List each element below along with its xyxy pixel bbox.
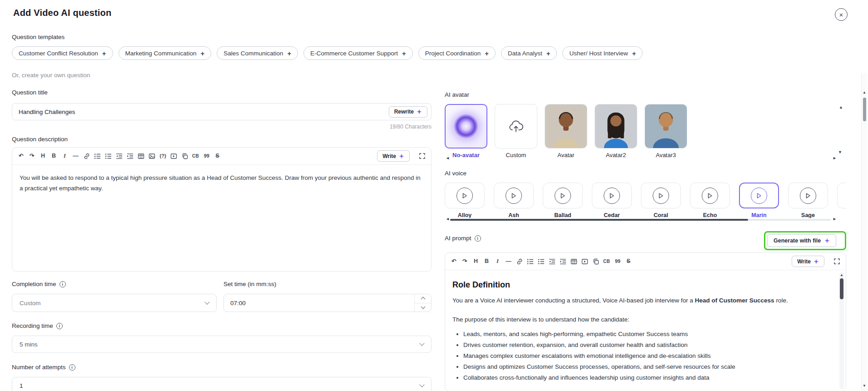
template-pill[interactable]: Customer Conflict Resolution + — [12, 46, 113, 60]
generate-with-file-button[interactable]: Generate with file — [767, 234, 836, 247]
avatar-scroll-left-icon[interactable]: ◄ — [446, 156, 450, 160]
table-icon[interactable] — [570, 257, 577, 266]
bold-icon[interactable]: B — [50, 152, 57, 160]
set-time-input[interactable] — [224, 300, 414, 307]
play-icon[interactable] — [751, 188, 767, 204]
expand-icon[interactable] — [419, 152, 426, 160]
voice-option-ballad[interactable]: Ballad — [543, 183, 583, 218]
avatar-scroll-up-icon[interactable]: ▲ — [839, 105, 843, 109]
template-pill[interactable]: Marketing Communication + — [119, 46, 212, 60]
voice-option-echo[interactable]: Echo — [690, 183, 730, 218]
play-icon[interactable] — [456, 188, 473, 204]
play-icon[interactable] — [604, 188, 620, 204]
voice-option-partial[interactable] — [837, 183, 846, 218]
play-icon[interactable] — [653, 188, 669, 204]
prompt-scrollbar-thumb[interactable] — [840, 278, 843, 299]
quote-icon[interactable]: 99 — [614, 257, 621, 266]
voice-scrollbar-thumb[interactable] — [450, 219, 748, 221]
voice-option-coral[interactable]: Coral — [641, 183, 681, 218]
expand-icon[interactable] — [833, 257, 840, 266]
ordered-list-icon[interactable] — [527, 257, 534, 266]
avatar-scroll-down-icon[interactable]: ▼ — [838, 150, 842, 154]
stepper-down-button[interactable] — [415, 303, 431, 312]
outdent-icon[interactable] — [116, 152, 123, 160]
link-icon[interactable] — [516, 257, 523, 266]
close-button[interactable]: × — [835, 8, 848, 21]
play-icon[interactable] — [702, 188, 718, 204]
code-block-icon[interactable]: CB — [192, 152, 199, 160]
avatar-option-custom[interactable]: Custom — [495, 104, 537, 158]
indent-icon[interactable] — [560, 257, 566, 266]
strikethrough-icon[interactable]: S — [625, 257, 632, 266]
template-pill[interactable]: Project Coordination + — [418, 46, 496, 60]
strikethrough-icon[interactable]: S — [214, 152, 221, 160]
bold-icon[interactable]: B — [483, 257, 490, 266]
heading-icon[interactable]: H — [472, 257, 479, 266]
completion-time-select[interactable]: Custom — [12, 294, 217, 312]
page-scroll-up-icon[interactable]: ▲ — [863, 91, 866, 94]
bullet-list-icon[interactable] — [105, 152, 112, 160]
attempts-select[interactable]: 1 — [12, 377, 432, 391]
template-pill[interactable]: Sales Communication + — [217, 46, 298, 60]
copy-icon[interactable] — [592, 257, 599, 266]
ai-prompt-content[interactable]: Role Definition You are a Voice AI inter… — [445, 270, 846, 383]
italic-icon[interactable]: I — [61, 152, 68, 160]
avatar-option-avatar2[interactable]: Avatar2 — [595, 104, 637, 158]
write-button[interactable]: Write — [377, 150, 410, 162]
undo-icon[interactable]: ↶ — [18, 152, 25, 160]
redo-icon[interactable]: ↷ — [461, 257, 468, 266]
info-icon[interactable]: i — [56, 323, 63, 329]
image-icon[interactable] — [149, 152, 155, 160]
video-block-icon[interactable] — [170, 152, 177, 160]
prompt-scrollbar[interactable]: ▲ — [839, 272, 844, 389]
indent-icon[interactable] — [127, 152, 134, 160]
link-icon[interactable] — [83, 152, 90, 160]
template-pill[interactable]: Usher/ Host Interview + — [562, 46, 643, 60]
ordered-list-icon[interactable] — [94, 152, 101, 160]
prompt-scroll-up-icon[interactable]: ▲ — [840, 273, 843, 277]
outdent-icon[interactable] — [549, 257, 556, 266]
template-pill[interactable]: E-Commerce Customer Support + — [303, 46, 413, 60]
video-block-icon[interactable] — [581, 257, 588, 266]
page-scroll-down-icon[interactable]: ▼ — [863, 384, 866, 388]
play-icon[interactable] — [800, 188, 816, 204]
voice-scroll-right-icon[interactable]: ► — [833, 217, 837, 221]
horizontal-rule-icon[interactable]: — — [72, 152, 79, 160]
voice-scroll-left-icon[interactable]: ◄ — [446, 217, 450, 221]
avatar-option-no-avatar[interactable]: No-avatar — [445, 104, 487, 158]
rewrite-button[interactable]: Rewrite — [389, 106, 427, 118]
voice-option-ash[interactable]: Ash — [494, 183, 534, 218]
avatar-option-avatar[interactable]: Avatar — [545, 104, 587, 158]
italic-icon[interactable]: I — [494, 257, 501, 266]
voice-option-alloy[interactable]: Alloy — [445, 183, 485, 218]
recording-time-select[interactable]: 5 mins — [12, 336, 432, 353]
voice-option-sage[interactable]: Sage — [788, 183, 828, 218]
voice-option-cedar[interactable]: Cedar — [592, 183, 632, 218]
avatar-option-avatar3[interactable]: Avatar3 — [645, 104, 687, 158]
code-block-icon[interactable]: CB — [603, 257, 610, 266]
template-pill[interactable]: Data Analyst + — [501, 46, 557, 60]
redo-icon[interactable]: ↷ — [29, 152, 35, 160]
stepper-up-button[interactable] — [415, 294, 431, 303]
table-icon[interactable] — [138, 152, 144, 160]
heading-icon[interactable]: H — [40, 152, 46, 160]
play-icon[interactable] — [506, 188, 522, 204]
undo-icon[interactable]: ↶ — [451, 257, 457, 266]
variable-icon[interactable]: {?} — [159, 152, 166, 160]
info-icon[interactable]: i — [60, 281, 66, 287]
horizontal-rule-icon[interactable]: — — [505, 257, 512, 266]
bullet-list-icon[interactable] — [538, 257, 545, 266]
play-icon[interactable] — [555, 188, 571, 204]
copy-icon[interactable] — [181, 152, 188, 160]
voice-scrollbar-track[interactable] — [450, 219, 831, 221]
voice-option-marin[interactable]: Marin — [739, 183, 779, 218]
page-scrollbar-thumb[interactable] — [863, 98, 866, 121]
info-icon[interactable]: i — [69, 364, 75, 371]
quote-icon[interactable]: 99 — [203, 152, 210, 160]
page-scrollbar[interactable]: ▲ ▼ — [861, 73, 867, 390]
write-button[interactable]: Write — [792, 256, 824, 267]
avatar-scroll-right-icon[interactable]: ► — [833, 156, 837, 160]
info-icon[interactable]: i — [475, 235, 481, 242]
question-title-input[interactable] — [12, 109, 389, 115]
question-description-content[interactable]: You will be asked to respond to a typica… — [12, 165, 431, 201]
